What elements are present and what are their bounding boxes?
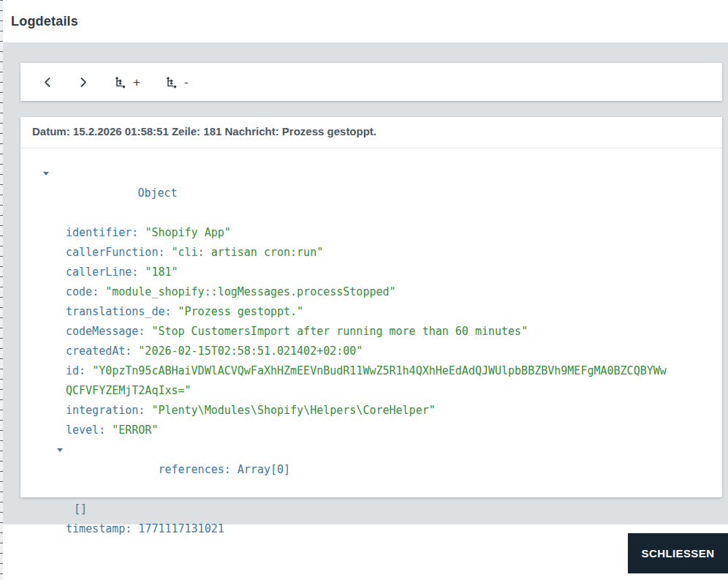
dialog-body: + - <box>3 42 728 524</box>
tree-row-timestamp: timestamp1771117131021 <box>66 519 667 539</box>
tree-children: identifier"Shopify App" callerFunction"c… <box>66 223 710 539</box>
collapse-all-label: - <box>184 76 189 88</box>
tree-row-caller-function: callerFunction"cli: artisan cron:run" <box>66 243 667 263</box>
collapse-toggle-icon[interactable] <box>43 172 49 176</box>
log-summary: Datum: 15.2.2026 01:58:51 Zeile: 181 Nac… <box>20 117 722 148</box>
log-detail-panel: Datum: 15.2.2026 01:58:51 Zeile: 181 Nac… <box>20 117 722 497</box>
next-log-button[interactable] <box>68 67 99 97</box>
chevron-right-icon <box>77 76 89 88</box>
log-toolbar: + - <box>20 63 722 101</box>
expand-tree-icon <box>113 75 128 89</box>
references-children: [] <box>74 500 710 519</box>
log-json-tree: Object identifier"Shopify App" callerFun… <box>20 148 722 539</box>
collapse-all-button[interactable]: - <box>155 67 198 97</box>
chevron-left-icon <box>42 76 53 88</box>
expand-all-label: + <box>133 76 140 88</box>
previous-log-button[interactable] <box>32 67 63 97</box>
tree-root: Object <box>43 164 644 223</box>
close-button[interactable]: SCHLIESSEN <box>628 533 728 573</box>
tree-row-references: referencesArray[0] <box>66 440 667 500</box>
tree-row-id: id"Y0pzTn95cABHaiVDWlACVQwFaXhHZmEEVnBud… <box>66 361 667 401</box>
collapse-toggle-icon[interactable] <box>57 448 63 452</box>
dialog-title: Logdetails <box>11 14 78 29</box>
tree-root-label: Object <box>137 187 177 200</box>
modal: Logdetails <box>3 0 728 580</box>
tree-row-integration: integration"Plenty\Modules\Shopify\Helpe… <box>66 401 667 421</box>
tree-row-level: level"ERROR" <box>66 421 667 440</box>
tree-row-caller-line: callerLine"181" <box>66 263 667 282</box>
tree-row-identifier: identifier"Shopify App" <box>66 223 667 243</box>
collapse-tree-icon <box>164 75 179 89</box>
tree-row-empty-array: [] <box>74 500 675 519</box>
tree-row-code-message: codeMessage"Stop CustomersImport after r… <box>66 322 667 342</box>
tree-row-code: code"module_shopify::logMessages.process… <box>66 282 667 302</box>
tree-row-translations-de: translations_de"Prozess gestoppt." <box>66 302 667 322</box>
expand-all-button[interactable]: + <box>104 67 150 97</box>
dialog-titlebar: Logdetails <box>3 0 728 42</box>
log-details-dialog: Logdetails <box>0 0 728 580</box>
tree-row-created-at: createdAt"2026-02-15T02:58:51.021402+02:… <box>66 342 667 361</box>
